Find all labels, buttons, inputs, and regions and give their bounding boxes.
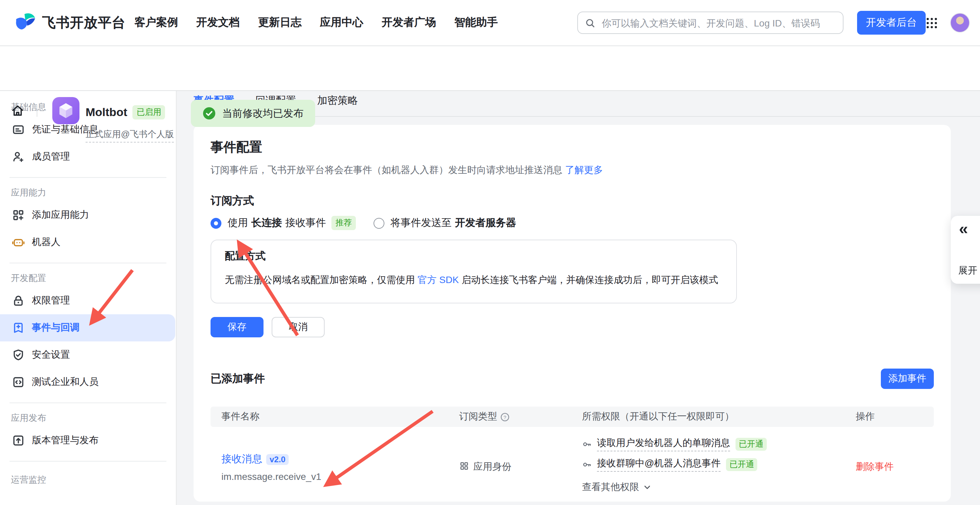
chevron-down-icon bbox=[643, 483, 651, 491]
divider bbox=[10, 461, 166, 462]
sidebar-item-label: 添加应用能力 bbox=[32, 209, 89, 221]
sidebar-item-events-callbacks[interactable]: 事件与回调 bbox=[0, 314, 175, 341]
radio-developer-server[interactable] bbox=[374, 218, 384, 229]
nav-item-developer-plaza[interactable]: 开发者广场 bbox=[382, 16, 436, 30]
sidebar-item-permissions[interactable]: 权限管理 bbox=[0, 287, 175, 314]
option-label-strong: 开发者服务器 bbox=[455, 216, 516, 229]
nav-item-customer-cases[interactable]: 客户案例 bbox=[134, 16, 178, 30]
learn-more-link[interactable]: 了解更多 bbox=[565, 164, 603, 175]
add-event-button[interactable]: 添加事件 bbox=[881, 368, 934, 389]
divider bbox=[10, 402, 166, 403]
key-icon bbox=[582, 459, 592, 469]
brand[interactable]: 飞书开放平台 bbox=[14, 11, 126, 34]
official-sdk-link[interactable]: 官方 SDK bbox=[418, 274, 459, 285]
permission-item: 接收群聊中@机器人消息事件 已开通 bbox=[582, 457, 845, 472]
tab-encryption-strategy[interactable]: 加密策略 bbox=[317, 94, 358, 117]
option-label-strong: 长连接 bbox=[251, 216, 282, 229]
view-more-permissions[interactable]: 查看其他权限 bbox=[582, 481, 845, 494]
publish-arrow-icon bbox=[11, 434, 25, 447]
expand-label: 展开 bbox=[958, 265, 977, 277]
enabled-badge: 已启用 bbox=[133, 105, 165, 119]
brand-title: 飞书开放平台 bbox=[42, 13, 126, 32]
events-table: 事件名称 订阅类型 ? 所需权限（开通以下任一权限即可） 操作 bbox=[210, 407, 934, 502]
config-method-box: 配置方式 无需注册公网域名或配置加密策略，仅需使用 官方 SDK 启动长连接飞书… bbox=[210, 240, 737, 303]
subscription-options: 使用 长连接 接收事件 推荐 将事件发送至 开发者服务器 bbox=[210, 216, 951, 230]
radio-long-connection[interactable] bbox=[210, 218, 221, 229]
double-chevron-left-icon: « bbox=[959, 219, 968, 238]
sidebar-item-security[interactable]: 安全设置 bbox=[0, 341, 175, 368]
help-icon[interactable]: ? bbox=[501, 412, 509, 421]
sidebar-section-app-release: 应用发布 bbox=[11, 409, 176, 427]
search-input[interactable] bbox=[600, 17, 836, 29]
subscription-mode-title: 订阅方式 bbox=[210, 194, 951, 208]
nav-item-changelog[interactable]: 更新日志 bbox=[258, 16, 302, 30]
top-navigation-bar: 飞书开放平台 客户案例 开发文档 更新日志 应用中心 开发者广场 智能助手 开发… bbox=[0, 0, 980, 46]
app-subtitle: 正式应用@飞书个人版 bbox=[86, 128, 174, 143]
config-method-title: 配置方式 bbox=[225, 250, 722, 262]
divider bbox=[10, 263, 166, 264]
added-events-header: 已添加事件 添加事件 bbox=[210, 368, 934, 389]
save-button[interactable]: 保存 bbox=[210, 317, 264, 337]
sidebar-item-label: 版本管理与发布 bbox=[32, 434, 99, 446]
nav-item-ai-assistant[interactable]: 智能助手 bbox=[454, 16, 498, 30]
description-text: 订阅事件后，飞书开放平台将会在事件（如机器人入群）发生时向请求地址推送消息 bbox=[210, 164, 562, 175]
table-header-row: 事件名称 订阅类型 ? 所需权限（开通以下任一权限即可） 操作 bbox=[210, 407, 934, 427]
check-circle-icon bbox=[202, 106, 216, 120]
shield-check-icon bbox=[11, 348, 25, 362]
recommended-badge: 推荐 bbox=[331, 216, 356, 230]
code-box-icon bbox=[11, 375, 25, 389]
subscription-type-cell: 应用身份 bbox=[448, 427, 571, 502]
col-event-name: 事件名称 bbox=[210, 411, 448, 423]
nav-item-dev-docs[interactable]: 开发文档 bbox=[196, 16, 240, 30]
home-icon[interactable] bbox=[10, 103, 25, 118]
sidebar-item-version-release[interactable]: 版本管理与发布 bbox=[0, 427, 175, 454]
app-grid-icon[interactable] bbox=[926, 17, 938, 29]
sidebar-item-test-company[interactable]: 测试企业和人员 bbox=[0, 368, 175, 396]
config-method-text: 无需注册公网域名或配置加密策略，仅需使用 官方 SDK 启动长连接飞书客户端，并… bbox=[225, 273, 722, 286]
app-identity-icon bbox=[459, 461, 469, 471]
divider bbox=[10, 177, 166, 178]
person-add-icon bbox=[11, 150, 25, 164]
sidebar-item-label: 机器人 bbox=[32, 236, 60, 248]
delete-event-link[interactable]: 删除事件 bbox=[845, 427, 923, 502]
key-icon bbox=[582, 439, 592, 449]
col-required-permissions: 所需权限（开通以下任一权限即可） bbox=[571, 411, 845, 423]
global-search[interactable] bbox=[577, 11, 843, 34]
permission-granted-badge: 已开通 bbox=[726, 458, 757, 471]
app-icon[interactable] bbox=[52, 97, 80, 124]
sidebar-item-add-capability[interactable]: 添加应用能力 bbox=[0, 202, 175, 229]
lock-icon bbox=[11, 294, 25, 308]
feishu-logo-icon bbox=[14, 11, 37, 34]
page-description: 订阅事件后，飞书开放平台将会在事件（如机器人入群）发生时向请求地址推送消息 了解… bbox=[210, 163, 951, 176]
robot-icon bbox=[11, 235, 25, 249]
main-content: 事件配置 回调配置 加密策略 事件配置 订阅事件后，飞书开放平台将会在事件（如机… bbox=[177, 90, 980, 505]
added-events-title: 已添加事件 bbox=[210, 372, 265, 386]
collapse-panel[interactable]: « 展开 bbox=[951, 216, 980, 284]
event-config-card: 事件配置 订阅事件后，飞书开放平台将会在事件（如机器人入群）发生时向请求地址推送… bbox=[194, 125, 951, 502]
sidebar-item-label: 安全设置 bbox=[32, 349, 70, 361]
user-avatar[interactable] bbox=[950, 13, 970, 33]
sidebar-item-bot[interactable]: 机器人 bbox=[0, 229, 175, 256]
nav-item-app-center[interactable]: 应用中心 bbox=[320, 16, 363, 30]
table-row: 接收消息v2.0 im.message.receive_v1 应用身份 bbox=[210, 427, 934, 502]
publish-status-pill: 当前修改均已发布 bbox=[191, 100, 315, 127]
event-name-cell: 接收消息v2.0 im.message.receive_v1 bbox=[210, 427, 448, 502]
event-name-link[interactable]: 接收消息 bbox=[221, 453, 262, 464]
developer-console-button[interactable]: 开发者后台 bbox=[857, 11, 926, 35]
sidebar-section-dev-config: 开发配置 bbox=[11, 270, 176, 287]
app-header-bar: Moltbot 已启用 正式应用@飞书个人版 当前修改均已发布 bbox=[0, 46, 980, 91]
sidebar-item-label: 成员管理 bbox=[32, 151, 70, 163]
sidebar-item-label: 事件与回调 bbox=[32, 322, 80, 334]
publish-status-text: 当前修改均已发布 bbox=[222, 107, 304, 120]
permission-name: 接收群聊中@机器人消息事件 bbox=[597, 457, 721, 472]
option-label: 接收事件 bbox=[285, 216, 326, 229]
app-name: Moltbot bbox=[86, 106, 127, 119]
option-label: 将事件发送至 bbox=[390, 216, 452, 229]
svg-text:?: ? bbox=[504, 414, 506, 420]
event-plus-icon bbox=[11, 321, 25, 335]
top-nav-menu: 客户案例 开发文档 更新日志 应用中心 开发者广场 智能助手 bbox=[134, 0, 498, 46]
permissions-cell: 读取用户发给机器人的单聊消息 已开通 接收群聊中@机器人消息事件 已开通 bbox=[571, 427, 845, 502]
grid-add-icon bbox=[11, 208, 25, 222]
sidebar-item-members[interactable]: 添加应用能力 成员管理 bbox=[0, 143, 175, 170]
cancel-button[interactable]: 取消 bbox=[272, 317, 325, 337]
